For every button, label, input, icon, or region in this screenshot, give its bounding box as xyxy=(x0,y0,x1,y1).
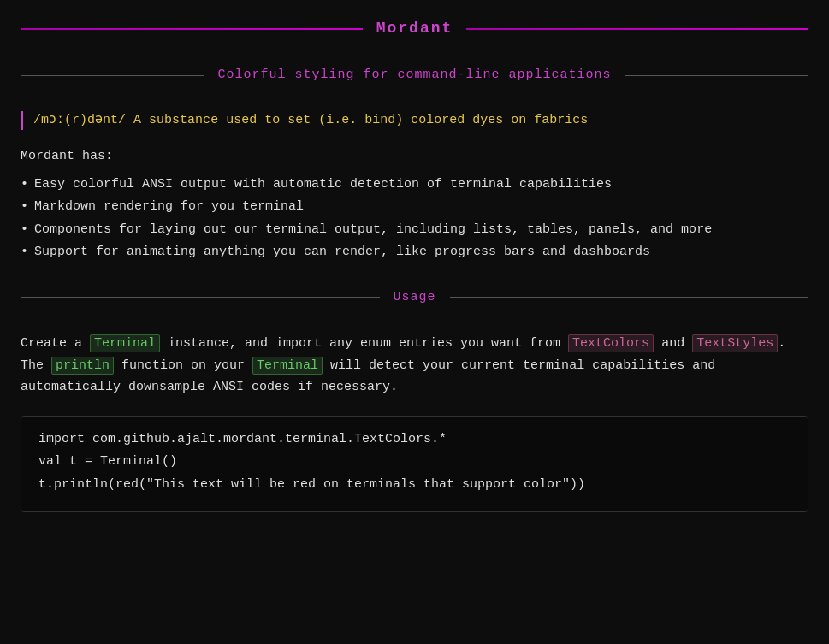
list-item: Components for laying out our terminal o… xyxy=(21,221,808,240)
phonetic: /mɔː(r)dənt/ xyxy=(33,113,126,127)
usage-label: Usage xyxy=(394,288,436,308)
title-line-right xyxy=(466,28,808,30)
has-title: Mordant has: xyxy=(21,147,808,167)
divider-line-left xyxy=(21,297,380,298)
divider-line-right xyxy=(450,297,809,298)
subtitle-section: Colorful styling for command-line applic… xyxy=(21,66,808,86)
usage-divider: Usage xyxy=(21,288,808,308)
textstyles-ref: TextStyles xyxy=(692,334,778,352)
app-title: Mordant xyxy=(376,17,453,40)
definition-text: /mɔː(r)dənt/ A substance used to set (i.… xyxy=(33,111,588,131)
terminal-ref-2: Terminal xyxy=(252,357,323,375)
usage-paragraph: Create a Terminal instance, and import a… xyxy=(21,333,808,399)
feature-list: Easy colorful ANSI output with automatic… xyxy=(21,175,808,263)
code-line-3: t.println(red("This text will be red on … xyxy=(38,476,791,495)
code-line-1: import com.github.ajalt.mordant.terminal… xyxy=(38,430,791,450)
title-section: Mordant xyxy=(21,17,808,40)
title-line-left xyxy=(21,28,363,30)
definition-block: /mɔː(r)dənt/ A substance used to set (i.… xyxy=(21,111,808,131)
definition-body: A substance used to set (i.e. bind) colo… xyxy=(126,113,588,127)
usage-text-end: function on your xyxy=(114,358,252,373)
println-ref: println xyxy=(51,357,114,375)
app-subtitle: Colorful styling for command-line applic… xyxy=(217,66,611,86)
usage-text-before: Create a xyxy=(21,336,90,351)
list-item: Markdown rendering for you terminal xyxy=(21,198,808,217)
subtitle-line-left xyxy=(21,75,204,76)
usage-and: and xyxy=(654,336,692,351)
terminal-ref-1: Terminal xyxy=(90,334,160,352)
has-section: Mordant has: xyxy=(21,147,808,167)
subtitle-line-right xyxy=(625,75,808,76)
code-block: import com.github.ajalt.mordant.terminal… xyxy=(21,416,808,513)
list-item: Easy colorful ANSI output with automatic… xyxy=(21,175,808,195)
textcolors-ref: TextColors xyxy=(568,334,654,352)
list-item: Support for animating anything you can r… xyxy=(21,243,808,263)
usage-text-middle: instance, and import any enum entries yo… xyxy=(160,336,568,351)
code-line-2: val t = Terminal() xyxy=(38,452,791,472)
